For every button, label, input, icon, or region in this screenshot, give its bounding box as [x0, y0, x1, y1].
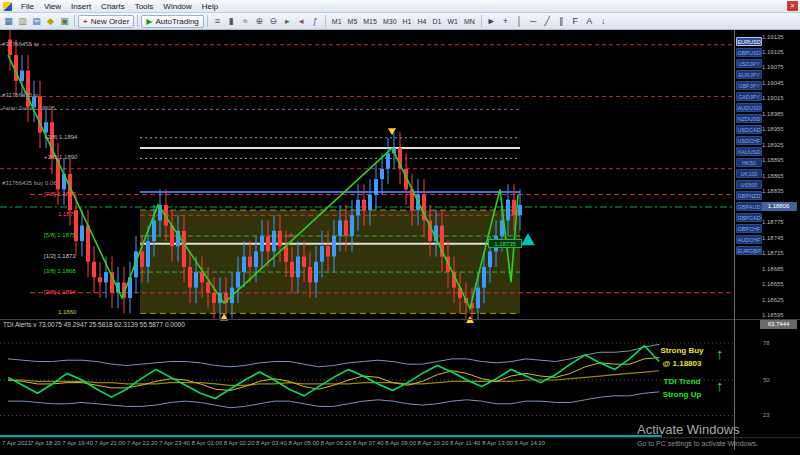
tdi-level-label: 78 [763, 340, 770, 346]
navigator-icon[interactable]: ◆ [44, 15, 57, 28]
candle-body [86, 226, 90, 262]
current-price-label: 1.18806 [760, 202, 797, 211]
zoom-in-icon[interactable]: ⊕ [253, 15, 266, 28]
crosshair-icon[interactable]: + [499, 15, 512, 28]
up-arrow-icon: ↑ [716, 346, 724, 361]
symbol-button-us500[interactable]: US500 [736, 180, 762, 189]
symbol-button-gbpnzd[interactable]: GBPNZD [736, 191, 762, 200]
menu-charts[interactable]: Charts [96, 2, 130, 11]
timeframe-mn[interactable]: MN [461, 15, 478, 27]
cursor-icon[interactable]: ► [485, 15, 498, 28]
time-axis-label: 7 Apr 18:20 [30, 440, 61, 446]
candle-body [8, 40, 12, 55]
symbol-button-nzdusd[interactable]: NZDUSD [736, 114, 762, 123]
text-label-icon[interactable]: A [583, 15, 596, 28]
price-axis-label: 1.18625 [762, 297, 784, 303]
swing-high-marker [388, 128, 396, 135]
candle-body [314, 262, 318, 283]
timeframe-m15[interactable]: M15 [360, 15, 380, 27]
channel-icon[interactable]: ∥ [555, 15, 568, 28]
hline-icon[interactable]: ─ [527, 15, 540, 28]
trendline-icon[interactable]: ╱ [541, 15, 554, 28]
timeframe-d1[interactable]: D1 [429, 15, 444, 27]
arrow-object-icon[interactable]: ↓ [597, 15, 610, 28]
symbol-button-gbpcad[interactable]: GBPCAD [736, 213, 762, 222]
candle-body [512, 200, 516, 215]
menu-file[interactable]: File [16, 2, 39, 11]
symbol-button-gbpusd[interactable]: GBPUSD [736, 48, 762, 57]
menu-window[interactable]: Window [158, 2, 196, 11]
timeframe-h4[interactable]: H4 [414, 15, 429, 27]
chart-workspace: * #31766455 tp#31766435 tpAsian Sess 1.1… [0, 30, 800, 455]
signal-strong-buy-text: Strong Buy [646, 346, 718, 355]
menu-view[interactable]: View [39, 2, 66, 11]
candle-body [152, 220, 156, 241]
symbol-button-eurjpy[interactable]: EURJPY [736, 70, 762, 79]
symbol-button-gbpchf[interactable]: GBPCHF [736, 224, 762, 233]
candle-body [308, 267, 312, 282]
timeframe-m30[interactable]: M30 [380, 15, 400, 27]
price-axis-label: 1.18745 [762, 235, 784, 241]
price-axis-label: 1.18775 [762, 219, 784, 225]
symbol-button-eurgbp[interactable]: EURGBP [736, 246, 762, 255]
timeframe-w1[interactable]: W1 [444, 15, 461, 27]
candle-body [248, 257, 252, 267]
candle-body [506, 200, 510, 221]
symbol-button-audusd[interactable]: AUDUSD [736, 103, 762, 112]
vline-icon[interactable]: │ [513, 15, 526, 28]
candle-body [326, 246, 330, 256]
symbol-button-gbpaud[interactable]: GBPAUD [736, 202, 762, 211]
price-axis-label: 1.18595 [762, 312, 784, 318]
symbol-button-audchf[interactable]: AUDCHF [736, 235, 762, 244]
symbol-button-usdchf[interactable]: USDCHF [736, 136, 762, 145]
symbol-button-usdcad[interactable]: USDCAD [736, 125, 762, 134]
auto-scroll-icon[interactable]: ▸ [281, 15, 294, 28]
indicators-icon[interactable]: ƒ [309, 15, 322, 28]
timeframe-m1[interactable]: M1 [329, 15, 345, 27]
market-watch-icon[interactable]: ▤ [30, 15, 43, 28]
time-axis-label: 7 Apr 23:40 [159, 440, 190, 446]
candle-body [104, 272, 108, 282]
symbol-button-hk50[interactable]: HK50 [736, 158, 762, 167]
menu-tools[interactable]: Tools [130, 2, 159, 11]
new-order-button[interactable]: + New Order [78, 15, 134, 28]
menu-insert[interactable]: Insert [66, 2, 96, 11]
candle-body [356, 200, 360, 215]
app-icon [3, 2, 12, 11]
hline-price-label: 1.18735 [488, 239, 522, 248]
tdi-signal-line [8, 358, 659, 391]
line-chart-icon[interactable]: ≈ [239, 15, 252, 28]
metatrader-window: FileViewInsertChartsToolsWindowHelp × ▦▥… [0, 0, 800, 455]
menu-bar: FileViewInsertChartsToolsWindowHelp × [0, 0, 800, 13]
fibonacci-icon[interactable]: F [569, 15, 582, 28]
new-chart-icon[interactable]: ▦ [2, 15, 15, 28]
candle-body [98, 277, 102, 282]
price-axis-label: 1.19015 [762, 95, 784, 101]
timeframe-m5[interactable]: M5 [345, 15, 361, 27]
menu-help[interactable]: Help [197, 2, 223, 11]
terminal-icon[interactable]: ▣ [58, 15, 71, 28]
symbol-button-uk100[interactable]: UK100 [736, 169, 762, 178]
candle-body [236, 272, 240, 287]
candle-body [368, 195, 372, 210]
zoom-out-icon[interactable]: ⊖ [267, 15, 280, 28]
symbol-button-usdjpy[interactable]: USDJPY [736, 59, 762, 68]
candle-body [488, 251, 492, 266]
toolbar-separator [481, 15, 482, 27]
symbol-button-cadjpy[interactable]: CADJPY [736, 92, 762, 101]
toolbar-separator [325, 15, 326, 27]
candlestick-chart-icon[interactable]: ▮ [225, 15, 238, 28]
symbol-button-eurusd[interactable]: EURUSD [736, 37, 762, 46]
candle-body [182, 231, 186, 267]
bars-chart-icon[interactable]: ≡ [211, 15, 224, 28]
profiles-icon[interactable]: ▥ [16, 15, 29, 28]
chart-shift-icon[interactable]: ◂ [295, 15, 308, 28]
candle-body [272, 231, 276, 252]
symbol-button-gbpjpy[interactable]: GBPJPY [736, 81, 762, 90]
candle-body [374, 179, 378, 194]
close-icon[interactable]: × [787, 1, 798, 11]
timeframe-h1[interactable]: H1 [400, 15, 415, 27]
autotrading-button[interactable]: ▶ AutoTrading [141, 15, 203, 28]
symbol-button-xauusd[interactable]: XAUUSD [736, 147, 762, 156]
tdi-level-label: 23 [763, 412, 770, 418]
